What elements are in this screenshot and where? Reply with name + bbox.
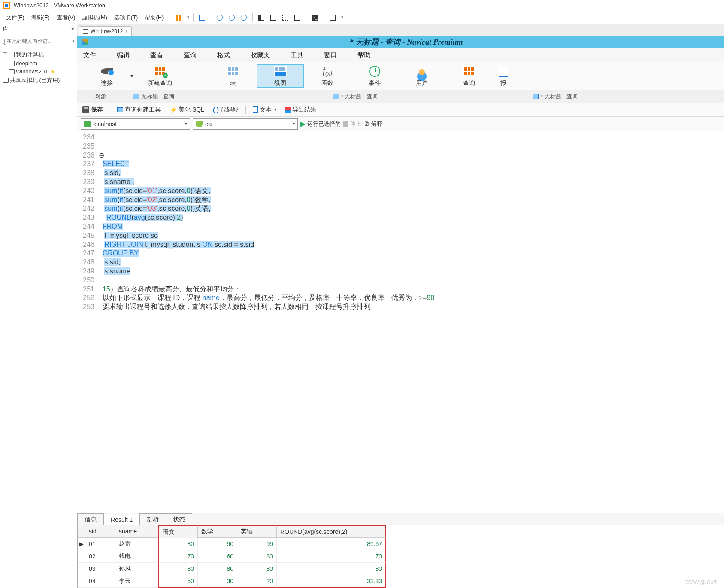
play-icon: ▶ [300, 120, 306, 128]
tab-objects[interactable]: 对象 [77, 90, 124, 103]
run-button[interactable]: ▶运行已选择的 [300, 120, 341, 128]
tree-my-computer[interactable]: − 我的计算机 [1, 50, 76, 59]
collapse-icon[interactable]: − [3, 52, 7, 57]
pause-dropdown[interactable]: ▼ [186, 15, 190, 19]
tab-result1[interactable]: Result 1 [103, 514, 140, 525]
server-icon [84, 121, 91, 127]
save-icon [82, 106, 89, 113]
database-select[interactable]: oa▾ [193, 118, 298, 130]
library-search[interactable]: ▼ [2, 36, 75, 46]
layout2-button[interactable] [268, 12, 279, 23]
new-query-button[interactable]: +新建查询 [136, 65, 184, 87]
tab-query-1[interactable]: 无标题 - 查询 [124, 90, 324, 103]
grid-header: sid sname 语文 数学 英语 ROUND(avg(sc.score),2… [78, 525, 470, 538]
vm-tab-windows2012[interactable]: Windows2012 × [79, 26, 132, 36]
console-button[interactable]: >_ [310, 12, 320, 23]
layout3-button[interactable] [280, 12, 291, 23]
manage-snapshot-button[interactable] [239, 12, 249, 23]
doc-tabs: 对象 无标题 - 查询 * 无标题 - 查询 * 无标题 - 查询 [77, 90, 724, 103]
bolt-icon: ⚡ [170, 106, 177, 113]
unity-button[interactable] [292, 12, 303, 23]
nav-menu-fav[interactable]: 收藏夹 [251, 51, 270, 59]
fullscreen-dropdown[interactable]: ▼ [340, 15, 344, 19]
close-library-button[interactable]: × [71, 26, 74, 32]
nav-menu-window[interactable]: 窗口 [324, 51, 337, 59]
grid-icon [333, 94, 339, 99]
table-row[interactable]: 03孙风80808080 [78, 563, 470, 575]
nav-menu-tools[interactable]: 工具 [291, 51, 303, 59]
revert-button[interactable] [227, 12, 237, 23]
tab-query-3[interactable]: * 无标题 - 查询 [524, 90, 724, 103]
database-icon [196, 121, 203, 127]
grid-icon [533, 94, 539, 99]
col-yingyu[interactable]: 英语 [237, 525, 277, 538]
table-row[interactable]: ▶01赵雷80909989.67 [78, 538, 470, 550]
tab-profile[interactable]: 剖析 [139, 513, 166, 525]
table-row[interactable]: 04李云50302033.33 [78, 575, 470, 588]
report-button[interactable]: 报 [493, 65, 514, 87]
tree-vm-deepinm[interactable]: deepinm [1, 59, 76, 67]
stop-button[interactable]: 停止 [343, 120, 361, 128]
col-shuxue[interactable]: 数学 [198, 525, 237, 538]
nav-menu-edit[interactable]: 编辑 [117, 51, 130, 59]
connection-row: localhost▾ oa▾ ▶运行已选择的 停止 🖹解释 [77, 117, 724, 131]
snippet-button[interactable]: ( )代码段 [211, 105, 240, 115]
layout1-button[interactable] [256, 12, 267, 23]
beautify-button[interactable]: ⚡美化 SQL [168, 105, 206, 115]
query-toolbar: 保存 查询创建工具 ⚡美化 SQL ( )代码段 文本▾ 导出结果 [77, 103, 724, 117]
query-button[interactable]: 查询 [445, 65, 493, 87]
menu-help[interactable]: 帮助(H) [142, 12, 166, 23]
col-sid[interactable]: sid [85, 525, 115, 538]
tree-vm-windows2012[interactable]: Windows201. ★ [1, 67, 76, 76]
tab-info[interactable]: 信息 [77, 513, 104, 525]
snapshot-button[interactable] [215, 12, 225, 23]
export-icon [285, 107, 291, 113]
pause-button[interactable] [173, 12, 184, 23]
view-button[interactable]: 视图 [257, 64, 304, 88]
export-button[interactable]: 导出结果 [283, 105, 318, 115]
library-panel: 库 × ▼ − 我的计算机 deepinm Windows201. ★ [0, 24, 77, 588]
grid-icon [133, 94, 139, 99]
menu-edit[interactable]: 编辑(E) [29, 12, 52, 23]
host-select[interactable]: localhost▾ [81, 118, 190, 130]
menu-view[interactable]: 查看(V) [54, 12, 78, 23]
col-avg[interactable]: ROUND(avg(sc.score),2) [277, 525, 386, 538]
menu-tabs[interactable]: 选项卡(T) [112, 12, 141, 23]
search-dropdown[interactable]: ▼ [72, 39, 75, 43]
col-yuwen[interactable]: 语文 [158, 525, 198, 538]
send-ctrlaltdel-button[interactable] [197, 12, 207, 23]
nav-menu-view[interactable]: 查看 [150, 51, 163, 59]
table-button[interactable]: 表 [209, 65, 257, 87]
navicat-titlebar: * 无标题 - 查询 - Navicat Premium [77, 36, 724, 48]
save-button[interactable]: 保存 [81, 105, 105, 115]
connection-dropdown[interactable]: ▾ [130, 73, 136, 79]
user-button[interactable]: 用户 [398, 65, 445, 87]
tab-query-2[interactable]: * 无标题 - 查询 [324, 90, 524, 103]
fullscreen-button[interactable] [327, 12, 338, 23]
vm-tree: − 我的计算机 deepinm Windows201. ★ 共享虚拟机 (已弃用… [0, 48, 77, 588]
col-sname[interactable]: sname [115, 525, 158, 538]
nav-menu-help[interactable]: 帮助 [357, 51, 370, 59]
table-row[interactable]: 02钱电70608070 [78, 550, 470, 563]
sql-editor[interactable]: 234235236⊖237 SELECT238 s.sid,239 s.snam… [77, 131, 724, 513]
text-button[interactable]: 文本▾ [251, 105, 278, 115]
vm-tabbar: Windows2012 × [77, 24, 724, 36]
nav-menu-query[interactable]: 查询 [184, 51, 197, 59]
query-builder-button[interactable]: 查询创建工具 [115, 105, 163, 115]
navicat-icon [82, 39, 88, 45]
explain-button[interactable]: 🖹解释 [364, 120, 382, 128]
connection-button[interactable]: 连接 [83, 65, 130, 87]
result-tabs: 信息 Result 1 剖析 状态 [77, 513, 724, 525]
event-button[interactable]: 事件 [351, 65, 398, 87]
tree-shared-vms[interactable]: 共享虚拟机 (已弃用) [1, 76, 76, 85]
nav-menu-format[interactable]: 格式 [217, 51, 230, 59]
search-input[interactable] [6, 38, 71, 44]
tab-status[interactable]: 状态 [166, 513, 192, 525]
function-button[interactable]: f(x)函数 [304, 65, 351, 87]
close-tab-button[interactable]: × [125, 28, 128, 34]
stop-icon [343, 121, 348, 127]
menu-vm[interactable]: 虚拟机(M) [79, 12, 110, 23]
library-title: 库 [3, 25, 8, 33]
menu-file[interactable]: 文件(F) [3, 12, 27, 23]
nav-menu-file[interactable]: 文件 [83, 51, 96, 59]
